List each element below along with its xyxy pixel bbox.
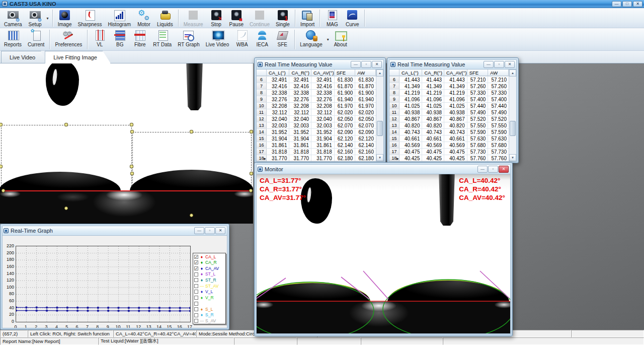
toolbar-button-single[interactable]: Single: [273, 9, 293, 28]
table-row[interactable]: 1640.56940.56940.56957.68057.680: [389, 142, 509, 149]
minimize-icon[interactable]: —: [612, 1, 621, 7]
toolbar-button-histogram[interactable]: Histogram: [105, 9, 134, 28]
table-row[interactable]: 18▶31.77031.77031.77062.18062.180: [257, 155, 376, 162]
toolbar-button-fibre[interactable]: Fibre: [130, 29, 150, 50]
legend-checkbox[interactable]: [194, 296, 198, 300]
legend-checkbox[interactable]: ✓: [194, 255, 198, 259]
close-icon[interactable]: ✕: [505, 61, 515, 68]
table-row[interactable]: 1340.82040.82040.82057.55057.550: [389, 122, 509, 129]
table-row[interactable]: 1032.20832.20832.20861.97061.970: [257, 103, 376, 109]
roi-handle[interactable]: [130, 172, 134, 175]
toolbar-button-sharpness[interactable]: Sharpness: [75, 9, 105, 28]
roi-handle[interactable]: [64, 206, 68, 210]
scroll-down-icon[interactable]: ▼: [376, 154, 383, 161]
restore-icon[interactable]: ▫: [205, 227, 215, 234]
close-icon[interactable]: ✕: [372, 61, 382, 68]
restore-icon[interactable]: ▫: [494, 61, 504, 68]
toolbar-button-image[interactable]: Image: [55, 9, 75, 28]
table-row[interactable]: 841.21941.21941.21957.33057.330: [389, 90, 509, 96]
toolbar-button-preferences[interactable]: Preferences: [52, 29, 85, 50]
table-row[interactable]: 1731.81831.81831.81862.16062.160: [257, 149, 376, 155]
vertical-scrollbar[interactable]: ▲ ▼: [509, 70, 516, 161]
toolbar-button-rt-data[interactable]: RT Data: [150, 29, 175, 50]
toolbar-button-bg[interactable]: BG: [110, 29, 130, 50]
scroll-up-icon[interactable]: ▲: [509, 70, 516, 77]
legend-checkbox[interactable]: [194, 302, 198, 306]
minimize-icon[interactable]: —: [351, 61, 361, 68]
toolbar-button-curve[interactable]: Curve: [342, 9, 362, 28]
toolbar-button-import[interactable]: Import: [297, 9, 317, 28]
legend-checkbox[interactable]: [194, 272, 198, 277]
scrollbar-thumb[interactable]: [377, 121, 383, 136]
toolbar-button-rt-graph[interactable]: RT Graph: [175, 29, 203, 50]
scrollbar-thumb[interactable]: [510, 121, 516, 136]
window-title-bar[interactable]: Real Time Measuring Value — ▫ ✕: [256, 59, 384, 69]
minimize-icon[interactable]: —: [194, 227, 204, 234]
table-row[interactable]: 941.09641.09641.09657.40057.400: [389, 96, 509, 103]
legend-checkbox[interactable]: ✓: [194, 260, 198, 264]
tab-live-video[interactable]: Live Video: [1, 51, 49, 63]
toolbar-button-about[interactable]: About: [331, 29, 351, 50]
table-row[interactable]: 732.41632.41632.41661.87061.870: [257, 83, 376, 90]
toolbar-button-wba[interactable]: WBA: [232, 29, 252, 50]
baseline-line[interactable]: [2, 190, 252, 191]
toolbar-button-camera[interactable]: Camera: [1, 9, 25, 28]
scroll-down-icon[interactable]: ▼: [509, 154, 516, 161]
legend-checkbox[interactable]: ✓: [194, 266, 198, 270]
toolbar-button-liquids[interactable]: Liquids: [154, 9, 176, 28]
realtime-graph-plot[interactable]: [16, 246, 191, 322]
dropdown-arrow-icon[interactable]: ▾: [326, 37, 331, 42]
toolbar-button-live-video[interactable]: Live Video: [203, 29, 232, 50]
roi-handle[interactable]: [190, 214, 193, 217]
roi-handle[interactable]: [130, 130, 134, 133]
vertical-scrollbar[interactable]: ▲ ▼: [376, 70, 383, 161]
legend-checkbox[interactable]: [194, 319, 198, 323]
table-row[interactable]: 1332.00332.00332.00362.07062.070: [257, 122, 376, 129]
live-fitting-image[interactable]: [0, 63, 253, 224]
toolbar-button-sfe[interactable]: SFE: [272, 29, 292, 50]
maximize-icon[interactable]: □: [622, 1, 632, 7]
legend-checkbox[interactable]: [194, 278, 198, 282]
toolbar-button-stop[interactable]: Stop: [206, 9, 226, 28]
table-row[interactable]: 1140.93840.93840.93857.49057.490: [389, 109, 509, 116]
toolbar-button-ieca[interactable]: IECA: [252, 29, 272, 50]
roi-handle[interactable]: [190, 130, 193, 133]
roi-handle[interactable]: [130, 123, 133, 126]
roi-handle[interactable]: [64, 123, 68, 126]
baseline-handle[interactable]: [249, 189, 253, 192]
toolbar-button-motor[interactable]: Motor: [134, 9, 154, 28]
table-row[interactable]: 1540.66140.66140.66157.63057.630: [389, 135, 509, 142]
monitor-view[interactable]: CA_L=31.77°CA_R=31.77°CA_AV=31.77° CA_L=…: [256, 174, 511, 334]
toolbar-button-language[interactable]: Language: [297, 29, 326, 50]
table-row[interactable]: 1431.95231.95231.95262.09062.090: [257, 129, 376, 135]
minimize-icon[interactable]: —: [477, 166, 488, 173]
roi-handle[interactable]: [250, 130, 253, 133]
toolbar-button-current[interactable]: Current: [25, 29, 47, 50]
legend-checkbox[interactable]: [194, 307, 198, 311]
table-row[interactable]: 632.49132.49132.49161.83061.830: [257, 77, 376, 83]
table-row[interactable]: 932.27632.27632.27661.94061.940: [257, 96, 376, 103]
table-row[interactable]: 741.34941.34941.34957.26057.260: [389, 83, 509, 90]
table-row[interactable]: 1240.86740.86740.86757.52057.520: [389, 116, 509, 122]
toolbar-button-pause[interactable]: Pause: [226, 9, 247, 28]
legend-checkbox[interactable]: [194, 284, 198, 288]
toolbar-button-mag[interactable]: MAG: [322, 9, 342, 28]
toolbar-button-setup[interactable]: Setup: [25, 9, 45, 28]
table-row[interactable]: 1232.04032.04032.04062.05062.050: [257, 116, 376, 122]
window-title-bar[interactable]: Monitor — ▫ ✕: [256, 164, 511, 174]
window-title-bar[interactable]: Real Time Measuring Value — ▫ ✕: [389, 59, 517, 69]
legend-checkbox[interactable]: [194, 290, 198, 294]
baseline-handle[interactable]: [2, 189, 5, 192]
window-title-bar[interactable]: Real-Time Graph — ▫ ✕: [2, 226, 227, 235]
table-row[interactable]: 18▶40.42540.42540.42557.76057.760: [389, 155, 509, 162]
roi-handle[interactable]: [130, 165, 133, 168]
table-row[interactable]: 1631.86131.86131.86162.14062.140: [257, 142, 376, 149]
restore-icon[interactable]: ▫: [488, 166, 498, 173]
table-row[interactable]: 1531.90431.90431.90462.12062.120: [257, 135, 376, 142]
table-row[interactable]: 1440.74340.74340.74357.59057.590: [389, 129, 509, 135]
restore-icon[interactable]: ▫: [361, 61, 371, 68]
scroll-up-icon[interactable]: ▲: [376, 70, 383, 77]
tab-live-fitting-image[interactable]: Live Fitting Image: [45, 51, 111, 63]
legend-checkbox[interactable]: [194, 313, 198, 317]
toolbar-button-reports[interactable]: Reports: [1, 29, 25, 50]
